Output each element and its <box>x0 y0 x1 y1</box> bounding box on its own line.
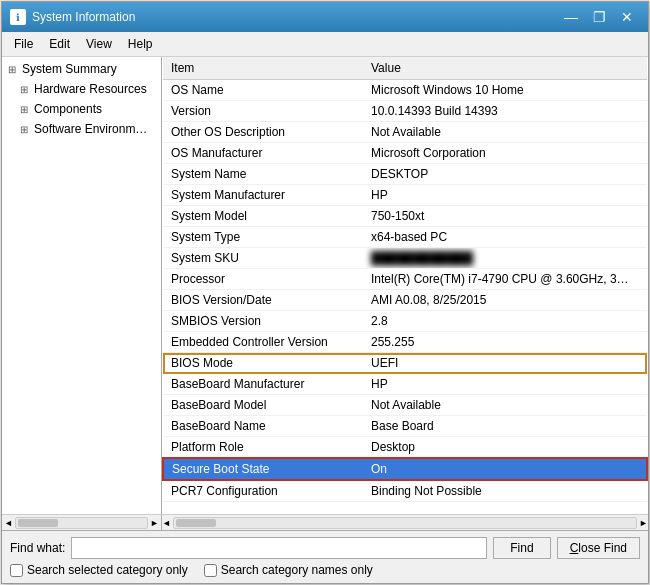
window-title: System Information <box>32 10 135 24</box>
cell-item: System Name <box>163 164 363 185</box>
right-scroll-thumb <box>176 519 216 527</box>
sidebar-label-software-env: Software Environm… <box>34 122 147 136</box>
left-scroll[interactable]: ◄ ► <box>2 515 162 530</box>
cell-value: HP <box>363 185 647 206</box>
table-row: OS ManufacturerMicrosoft Corporation <box>163 143 647 164</box>
data-table: Item Value OS NameMicrosoft Windows 10 H… <box>162 57 648 514</box>
checkbox-row: Search selected category only Search cat… <box>10 563 640 577</box>
cell-value: x64-based PC <box>363 227 647 248</box>
right-arrow-left[interactable]: ► <box>150 518 159 528</box>
menu-view[interactable]: View <box>78 34 120 54</box>
cell-value: Microsoft Windows 10 Home <box>363 80 647 101</box>
menu-help[interactable]: Help <box>120 34 161 54</box>
left-arrow-right[interactable]: ◄ <box>162 518 171 528</box>
table-row: OS NameMicrosoft Windows 10 Home <box>163 80 647 101</box>
find-button[interactable]: Find <box>493 537 550 559</box>
cell-value: Base Board <box>363 416 647 437</box>
table-row: System Model750-150xt <box>163 206 647 227</box>
cell-item: Processor <box>163 269 363 290</box>
cell-item: BIOS Version/Date <box>163 290 363 311</box>
cell-item: PCR7 Configuration <box>163 480 363 502</box>
expander-icon-sw: ⊞ <box>20 124 32 135</box>
expander-icon-hw: ⊞ <box>20 84 32 95</box>
minimize-button[interactable]: — <box>558 7 584 27</box>
app-icon: ℹ <box>10 9 26 25</box>
checkbox-selected-label: Search selected category only <box>27 563 188 577</box>
maximize-button[interactable]: ❐ <box>586 7 612 27</box>
close-find-button[interactable]: Close Find <box>557 537 640 559</box>
sidebar-label-system-summary: System Summary <box>22 62 117 76</box>
col-header-item: Item <box>163 57 363 80</box>
sidebar[interactable]: ⊞ System Summary ⊞ Hardware Resources ⊞ … <box>2 57 162 514</box>
bottom-search-area: Find what: Find Close Find Search select… <box>2 530 648 583</box>
cell-item: Version <box>163 101 363 122</box>
menu-bar: File Edit View Help <box>2 32 648 57</box>
cell-item: System Type <box>163 227 363 248</box>
close-find-label: lose Find <box>578 541 627 555</box>
cell-item: Embedded Controller Version <box>163 332 363 353</box>
sidebar-item-hardware-resources[interactable]: ⊞ Hardware Resources <box>4 79 159 99</box>
cell-value: ████████████ <box>363 248 647 269</box>
sidebar-item-software-env[interactable]: ⊞ Software Environm… <box>4 119 159 139</box>
cell-value: UEFI <box>363 353 647 374</box>
left-scroll-thumb <box>18 519 58 527</box>
table-row: PCR7 ConfigurationBinding Not Possible <box>163 480 647 502</box>
content-area: ⊞ System Summary ⊞ Hardware Resources ⊞ … <box>2 57 648 514</box>
search-input[interactable] <box>71 537 487 559</box>
search-label: Find what: <box>10 541 65 555</box>
expander-icon: ⊞ <box>8 64 20 75</box>
left-scroll-track[interactable] <box>15 517 148 529</box>
checkbox-names-label: Search category names only <box>221 563 373 577</box>
checkbox-search-selected[interactable]: Search selected category only <box>10 563 188 577</box>
cell-item: SMBIOS Version <box>163 311 363 332</box>
table-row: Version10.0.14393 Build 14393 <box>163 101 647 122</box>
sidebar-item-system-summary[interactable]: ⊞ System Summary <box>4 59 159 79</box>
table-row: SMBIOS Version2.8 <box>163 311 647 332</box>
main-window: ℹ System Information — ❐ ✕ File Edit Vie… <box>1 1 649 584</box>
table-scroll[interactable]: Item Value OS NameMicrosoft Windows 10 H… <box>162 57 648 514</box>
table-row: System ManufacturerHP <box>163 185 647 206</box>
main-panel: Item Value OS NameMicrosoft Windows 10 H… <box>162 57 648 514</box>
expander-icon-comp: ⊞ <box>20 104 32 115</box>
cell-item: System SKU <box>163 248 363 269</box>
menu-file[interactable]: File <box>6 34 41 54</box>
close-button[interactable]: ✕ <box>614 7 640 27</box>
cell-value: 10.0.14393 Build 14393 <box>363 101 647 122</box>
right-scroll[interactable]: ◄ ► <box>162 515 648 530</box>
table-row: Embedded Controller Version255.255 <box>163 332 647 353</box>
cell-value: On <box>363 458 647 480</box>
menu-edit[interactable]: Edit <box>41 34 78 54</box>
checkbox-search-names[interactable]: Search category names only <box>204 563 373 577</box>
cell-item: BaseBoard Manufacturer <box>163 374 363 395</box>
checkbox-names-input[interactable] <box>204 564 217 577</box>
sidebar-label-components: Components <box>34 102 102 116</box>
table-row: BaseBoard ManufacturerHP <box>163 374 647 395</box>
cell-item: BaseBoard Model <box>163 395 363 416</box>
cell-value: Binding Not Possible <box>363 480 647 502</box>
table-row: System Typex64-based PC <box>163 227 647 248</box>
left-arrow[interactable]: ◄ <box>4 518 13 528</box>
cell-value: Not Available <box>363 395 647 416</box>
table-row: System NameDESKTOP <box>163 164 647 185</box>
sidebar-item-components[interactable]: ⊞ Components <box>4 99 159 119</box>
cell-item: Other OS Description <box>163 122 363 143</box>
search-row: Find what: Find Close Find <box>10 537 640 559</box>
cell-value: Not Available <box>363 122 647 143</box>
table-row: BaseBoard ModelNot Available <box>163 395 647 416</box>
right-scroll-track[interactable] <box>173 517 637 529</box>
cell-item: System Model <box>163 206 363 227</box>
cell-item: Secure Boot State <box>163 458 363 480</box>
cell-value: HP <box>363 374 647 395</box>
table-row: BIOS Version/DateAMI A0.08, 8/25/2015 <box>163 290 647 311</box>
checkbox-selected-input[interactable] <box>10 564 23 577</box>
title-controls: — ❐ ✕ <box>558 7 640 27</box>
cell-item: BaseBoard Name <box>163 416 363 437</box>
table-row: ProcessorIntel(R) Core(TM) i7-4790 CPU @… <box>163 269 647 290</box>
table-row: Platform RoleDesktop <box>163 437 647 459</box>
cell-item: OS Manufacturer <box>163 143 363 164</box>
cell-item: OS Name <box>163 80 363 101</box>
col-header-value: Value <box>363 57 647 80</box>
cell-value: Intel(R) Core(TM) i7-4790 CPU @ 3.60GHz,… <box>363 269 647 290</box>
right-arrow-right[interactable]: ► <box>639 518 648 528</box>
cell-value: Microsoft Corporation <box>363 143 647 164</box>
